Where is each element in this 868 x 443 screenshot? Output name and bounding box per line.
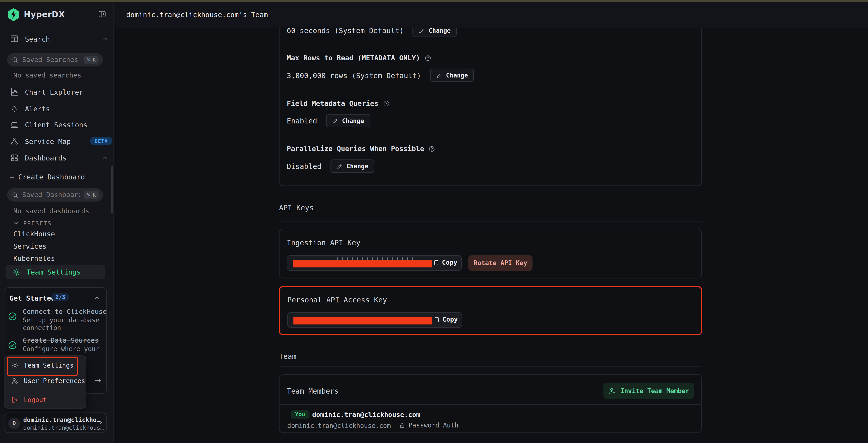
setting-label-max-rows: Max Rows to Read (METADATA ONLY) [287,54,431,62]
ingestion-api-key-card: Ingestion API Key Copy Rotate API Key [279,229,702,278]
sidebar-item-label: Service Map [25,137,71,145]
connection-settings-card: 60 seconds (System Default) Change Max R… [279,28,702,186]
page-title: dominic.tran@clickhouse.com's Team [126,10,268,19]
chevron-right-icon [97,419,104,426]
preset-item-clickhouse[interactable]: ClickHouse [13,230,55,238]
create-dashboard-label: + Create Dashboard [10,173,85,181]
pencil-icon [336,163,343,169]
sidebar-item-team-settings-active[interactable]: Team Settings [5,265,105,279]
sidebar-item-label: Chart Explorer [25,88,83,96]
account-menu-popup: Team Settings User Preferences Logout [4,355,86,409]
rotate-api-key-button[interactable]: Rotate API Key [468,255,532,271]
shortcut-badge: ⌘ K [84,56,99,64]
menu-item-user-preferences[interactable]: User Preferences [4,373,86,389]
team-members-card: Team Members Invite Team Member You domi… [279,374,702,433]
task-subtitle: Configure where your [23,345,99,353]
setting-label-field-metadata: Field Metadata Queries [287,99,390,108]
user-account-card[interactable]: D dominic.tran@clickho… dominic.tran@cli… [4,413,107,433]
presets-toggle[interactable]: PRESETS [13,216,52,230]
app-root: HyperDX Search Saved Searches ⌘ K No sav… [0,0,868,443]
team-members-title: Team Members [287,387,339,395]
personal-key-field[interactable]: Copy [287,312,462,328]
chevron-up-icon[interactable] [101,154,108,161]
help-icon[interactable] [383,100,390,107]
get-started-title: Get Started [9,294,55,302]
menu-item-logout[interactable]: Logout [4,392,86,408]
setting-value: Enabled [287,117,317,125]
copy-button[interactable]: Copy [433,259,457,266]
chart-explorer-icon [10,88,19,96]
search-icon [12,56,18,63]
chevron-up-icon[interactable] [93,295,100,301]
sidebar-item-dashboards[interactable]: Dashboards [10,151,67,164]
change-button[interactable]: Change [326,114,370,127]
redaction-bar [293,316,432,324]
copy-button[interactable]: Copy [434,316,458,323]
setting-label-parallelize: Parallelize Queries When Possible [287,145,435,153]
progress-badge: 2/3 [52,293,69,301]
preset-item-services[interactable]: Services [13,242,46,250]
you-badge: You [291,410,310,418]
sidebar-item-label: Team Settings [27,268,81,276]
pencil-icon [332,118,338,124]
redacted-key-ghost [337,257,414,260]
dashboards-icon [10,153,19,162]
top-accent-strip [0,0,868,1]
sidebar-item-client-sessions[interactable]: Client Sessions [10,118,88,131]
pencil-icon [436,72,442,79]
task-title[interactable]: Connect to ClickHouse [23,308,106,316]
chevron-up-icon[interactable] [101,35,108,42]
presets-label: PRESETS [23,220,52,227]
saved-dashboards-input[interactable]: Saved Dashboards ⌘ K [7,188,103,202]
invite-team-member-button[interactable]: Invite Team Member [603,383,694,398]
lock-icon [399,422,405,429]
preset-item-kubernetes[interactable]: Kubernetes [13,254,55,262]
sidebar-item-label: Dashboards [25,154,66,162]
user-plus-icon [608,387,616,394]
user-email: dominic.tran@clickhous… [23,424,104,431]
menu-divider [9,390,83,390]
personal-api-key-card-annotated: Personal API Access Key Copy [279,286,702,335]
gear-icon [11,362,19,370]
task-title[interactable]: Create Data Sources [23,337,99,345]
pencil-icon [419,27,425,34]
saved-searches-input[interactable]: Saved Searches ⌘ K [7,53,103,66]
shortcut-badge: ⌘ K [84,191,99,199]
sidebar-item-alerts[interactable]: Alerts [10,102,50,115]
help-icon[interactable] [429,145,435,152]
change-button[interactable]: Change [330,159,374,173]
ingestion-key-title: Ingestion API Key [287,239,361,247]
clipboard-icon [433,259,440,266]
chevron-down-icon [13,220,19,226]
setting-value: 3,000,000 rows (System Default) [287,71,421,79]
help-icon[interactable] [425,55,431,61]
app-title: HyperDX [24,10,65,19]
sidebar-item-search[interactable]: Search [10,32,50,45]
check-circle-icon [8,312,17,321]
parallelize-row: Disabled Change [287,159,375,173]
sidebar-item-chart-explorer[interactable]: Chart Explorer [10,85,84,98]
member-name: dominic.tran@clickhouse.com [312,411,420,418]
section-divider [279,366,702,366]
menu-item-team-settings[interactable]: Team Settings [4,358,86,373]
sidebar-item-service-map[interactable]: Service Map BETA [10,135,71,148]
team-section-title: Team [279,352,297,360]
ingestion-key-field[interactable]: Copy [287,255,462,271]
member-email: dominic.tran@clickhouse.com [287,422,391,430]
sidebar-scrollbar-thumb[interactable] [111,166,113,213]
saved-searches-placeholder: Saved Searches [22,56,80,64]
menu-item-label: User Preferences [24,377,85,385]
laptop-icon [10,120,19,129]
sidebar-item-label: Client Sessions [25,121,87,129]
user-name: dominic.tran@clickho… [23,416,100,423]
main-area: 60 seconds (System Default) Change Max R… [114,0,868,443]
api-keys-section-title: API Keys [279,204,314,212]
create-dashboard-button[interactable]: + Create Dashboard [10,170,85,183]
change-button[interactable]: Change [430,68,474,82]
sidebar: HyperDX Search Saved Searches ⌘ K No sav… [0,0,114,443]
sidebar-collapse-icon[interactable] [98,10,106,18]
menu-item-label: Logout [24,396,47,404]
next-arrow[interactable]: → [95,376,101,385]
setting-value: Disabled [287,162,321,170]
gear-icon [12,268,20,276]
